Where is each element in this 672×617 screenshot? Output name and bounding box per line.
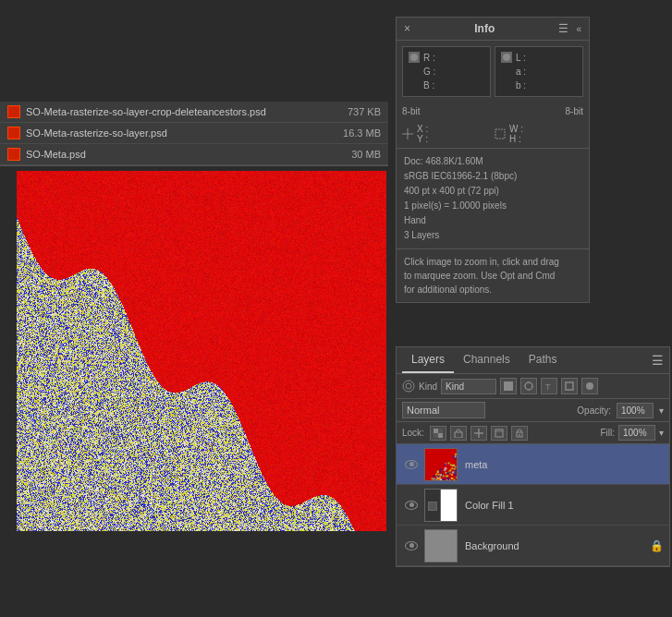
info-panel-header: × Info ☰ « <box>397 18 589 41</box>
filter-pixel-btn[interactable] <box>500 378 517 394</box>
svg-rect-18 <box>455 432 462 438</box>
svg-rect-16 <box>438 429 443 433</box>
fill-input[interactable] <box>618 425 655 441</box>
filter-kind-select[interactable]: Kind <box>441 379 496 394</box>
svg-point-7 <box>403 381 414 392</box>
lock-pixels-btn[interactable] <box>450 426 467 441</box>
lock-artboard-icon <box>495 429 504 438</box>
info-panel-menu[interactable]: ☰ <box>558 22 568 35</box>
smart-filter-icon <box>585 381 594 391</box>
svg-rect-9 <box>504 381 513 391</box>
info-panel-title: Info <box>474 22 495 35</box>
svg-point-8 <box>406 383 411 389</box>
lock-label: Lock: <box>402 428 424 438</box>
layer-thumb-colorfill <box>424 489 458 522</box>
layer-thumb-canvas-meta <box>425 449 458 481</box>
lock-position-icon <box>474 429 483 438</box>
layer-row-colorfill[interactable]: Color Fill 1 <box>397 485 669 526</box>
info-rgb-cell: R : G : B : <box>402 46 491 97</box>
adj-filter-icon <box>524 381 533 391</box>
marquee-icon <box>495 128 506 139</box>
layer-visibility-bg[interactable] <box>402 541 421 550</box>
opacity-label: Opacity: <box>577 405 611 416</box>
svg-rect-15 <box>438 433 443 438</box>
layer-thumb-meta <box>424 448 458 481</box>
opacity-input[interactable] <box>617 403 654 418</box>
bitdepth-right: 8-bit <box>566 106 583 116</box>
file-name-0: SO-Meta-rasterize-so-layer-crop-deletean… <box>26 106 348 117</box>
eye-icon-bg <box>405 541 418 550</box>
info-doc-info: Doc: 468.8K/1.60M sRGB IEC61966-2.1 (8bp… <box>397 148 589 248</box>
blend-mode-select[interactable]: Normal Dissolve Multiply Screen Overlay <box>402 402 485 418</box>
layers-panel: Layers Channels Paths ☰ Kind Kind T <box>396 346 670 567</box>
svg-rect-12 <box>566 382 573 390</box>
file-name-1: SO-Meta-rasterize-so-layer.psd <box>26 127 343 139</box>
file-item-0[interactable]: SO-Meta-rasterize-so-layer-crop-deletean… <box>0 102 388 123</box>
canvas-area[interactable] <box>17 171 386 531</box>
filter-kind-label: Kind <box>419 381 437 392</box>
lock-transparent-btn[interactable] <box>430 426 446 441</box>
filter-smart-btn[interactable] <box>581 378 598 394</box>
file-item-2[interactable]: SO-Meta.psd 30 MB <box>0 144 388 165</box>
layer-row-background[interactable]: Background 🔒 <box>397 526 669 566</box>
layers-blend-row: Normal Dissolve Multiply Screen Overlay … <box>397 399 669 422</box>
layer-lock-bg: 🔒 <box>650 539 664 552</box>
svg-point-24 <box>519 434 520 436</box>
fill-arrow-icon[interactable]: ▾ <box>659 428 664 438</box>
file-icon-0 <box>7 105 20 118</box>
info-bitdepth: 8-bit 8-bit <box>397 103 589 120</box>
pixel-filter-icon <box>504 381 513 391</box>
eye-icon-colorfill <box>405 501 418 510</box>
file-list: SO-Meta-rasterize-so-layer-crop-deletean… <box>0 102 388 166</box>
info-lab-cell: L : a : b : <box>495 46 583 97</box>
tab-layers[interactable]: Layers <box>402 347 454 373</box>
eye-inner-bg <box>409 543 414 548</box>
info-hint: Click image to zoom in, click and drag t… <box>397 248 589 302</box>
info-xy-cell: X : Y : <box>402 124 491 144</box>
file-item-1[interactable]: SO-Meta-rasterize-so-layer.psd 16.3 MB <box>0 123 388 144</box>
svg-rect-21 <box>495 429 503 437</box>
eyedropper2-icon <box>501 52 512 63</box>
layer-name-bg: Background <box>465 540 650 551</box>
lock-artboard-btn[interactable] <box>491 426 507 441</box>
crosshair-icon <box>402 128 413 139</box>
svg-point-1 <box>410 54 418 61</box>
filter-type-btn[interactable]: T <box>541 378 557 394</box>
info-rgb-vals: R : G : B : <box>423 51 435 92</box>
lock-pos-btn[interactable] <box>470 426 487 441</box>
tab-paths[interactable]: Paths <box>519 347 567 373</box>
layer-name-colorfill: Color Fill 1 <box>465 500 664 511</box>
info-panel-collapse[interactable]: « <box>576 24 581 34</box>
opacity-arrow-icon[interactable]: ▾ <box>659 405 664 416</box>
layer-visibility-colorfill[interactable] <box>402 501 421 510</box>
lock-all-btn[interactable] <box>511 426 528 441</box>
fill-label: Fill: <box>600 428 615 438</box>
layers-tabs-bar: Layers Channels Paths ☰ <box>397 347 669 374</box>
svg-point-3 <box>503 54 510 61</box>
svg-rect-17 <box>434 433 438 438</box>
layer-visibility-meta[interactable] <box>402 460 421 469</box>
info-panel-icons: ☰ « <box>558 22 581 35</box>
file-icon-1 <box>7 127 20 139</box>
filter-shape-btn[interactable] <box>561 378 578 394</box>
info-wh-vals: W : H : <box>509 124 523 144</box>
file-size-0: 737 KB <box>348 106 381 117</box>
layers-panel-menu-icon[interactable]: ☰ <box>652 353 664 368</box>
lock-pixels-icon <box>454 429 463 438</box>
layer-row-meta[interactable]: meta <box>397 444 669 485</box>
bitdepth-left: 8-bit <box>402 106 420 116</box>
info-panel-close[interactable]: × <box>404 22 410 35</box>
type-filter-icon: T <box>544 381 554 391</box>
main-canvas[interactable] <box>17 171 386 531</box>
eye-icon-meta <box>405 460 418 469</box>
tab-channels[interactable]: Channels <box>454 347 519 373</box>
filter-adj-btn[interactable] <box>520 378 537 394</box>
shape-filter-icon <box>565 381 574 391</box>
colorfill-right-thumb <box>441 490 457 522</box>
info-xy-vals: X : Y : <box>417 124 428 144</box>
eye-inner-meta <box>409 462 414 466</box>
info-panel: × Info ☰ « R : G : B : <box>396 17 590 303</box>
svg-point-10 <box>525 382 532 390</box>
layer-thumb-bg <box>424 529 458 563</box>
colorfill-left-thumb <box>428 502 437 511</box>
